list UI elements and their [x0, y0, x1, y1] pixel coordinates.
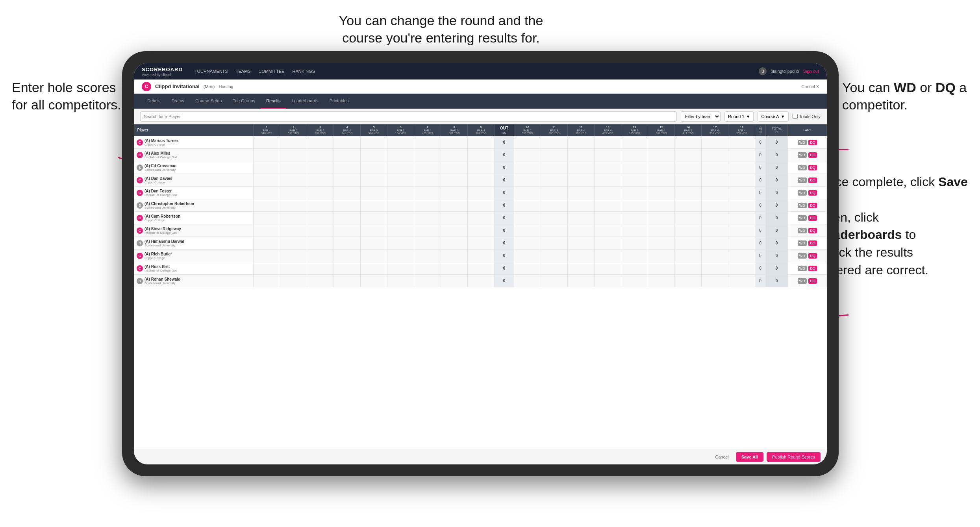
hole-8-score-cell[interactable] [441, 187, 468, 199]
hole-3-score-cell[interactable] [307, 199, 333, 212]
hole-18-input[interactable] [728, 224, 755, 237]
hole-15-input[interactable] [648, 136, 674, 148]
hole-9-score-cell[interactable] [468, 199, 495, 212]
hole-11-input[interactable] [541, 250, 567, 262]
hole-6-input[interactable] [387, 275, 414, 287]
dq-button[interactable]: DQ [808, 266, 817, 271]
tab-course-setup[interactable]: Course Setup [190, 94, 227, 109]
hole-7-input[interactable] [414, 275, 441, 287]
hole-15-input[interactable] [648, 199, 674, 211]
hole-9-input[interactable] [468, 161, 494, 174]
hole-7-input[interactable] [414, 250, 441, 262]
hole-8-input[interactable] [441, 199, 467, 211]
hole-13-input[interactable] [595, 250, 621, 262]
hole-8-score-cell[interactable] [441, 275, 468, 287]
hole-10-input[interactable] [514, 250, 541, 262]
tab-leaderboards[interactable]: Leaderboards [286, 94, 324, 109]
hole-1-input[interactable] [254, 237, 280, 249]
hole-5-score-cell[interactable] [360, 275, 387, 287]
hole-2-input[interactable] [280, 161, 307, 174]
hole-5-score-cell[interactable] [360, 212, 387, 224]
hole-15-score-cell[interactable] [648, 161, 675, 174]
hole-14-input[interactable] [621, 212, 648, 224]
hole-3-input[interactable] [307, 187, 333, 199]
hole-3-score-cell[interactable] [307, 262, 333, 275]
hole-12-input[interactable] [568, 174, 594, 186]
hole-14-input[interactable] [621, 199, 648, 211]
hole-13-score-cell[interactable] [594, 174, 621, 187]
hole-1-score-cell[interactable] [253, 174, 280, 187]
hole-9-score-cell[interactable] [468, 187, 495, 199]
hole-6-input[interactable] [387, 149, 414, 161]
hole-18-score-cell[interactable] [728, 187, 755, 199]
hole-6-input[interactable] [387, 161, 414, 174]
hole-12-input[interactable] [568, 136, 594, 148]
hole-2-input[interactable] [280, 275, 307, 287]
round-dropdown[interactable]: Round 1 ▼ [724, 111, 754, 122]
hole-14-score-cell[interactable] [621, 149, 648, 161]
hole-13-input[interactable] [595, 161, 621, 174]
hole-17-input[interactable] [702, 187, 728, 199]
hole-5-input[interactable] [361, 174, 387, 186]
hole-1-score-cell[interactable] [253, 237, 280, 250]
hole-9-input[interactable] [468, 262, 494, 274]
dq-button[interactable]: DQ [808, 190, 817, 196]
hole-2-score-cell[interactable] [280, 275, 307, 287]
hole-9-input[interactable] [468, 136, 494, 148]
hole-6-input[interactable] [387, 250, 414, 262]
hole-4-score-cell[interactable] [333, 136, 360, 149]
hole-7-score-cell[interactable] [414, 224, 441, 237]
hole-16-input[interactable] [675, 199, 701, 211]
hole-9-input[interactable] [468, 149, 494, 161]
hole-18-input[interactable] [728, 250, 755, 262]
wd-button[interactable]: WD [798, 203, 807, 208]
hole-5-input[interactable] [361, 161, 387, 174]
hole-16-score-cell[interactable] [675, 149, 702, 161]
hole-17-score-cell[interactable] [702, 136, 728, 149]
hole-15-input[interactable] [648, 224, 674, 237]
hole-6-input[interactable] [387, 212, 414, 224]
cancel-button[interactable]: Cancel [711, 452, 733, 462]
wd-button[interactable]: WD [798, 215, 807, 221]
hole-13-input[interactable] [595, 224, 621, 237]
hole-18-score-cell[interactable] [728, 212, 755, 224]
hole-2-input[interactable] [280, 250, 307, 262]
hole-5-score-cell[interactable] [360, 237, 387, 250]
hole-15-input[interactable] [648, 187, 674, 199]
wd-button[interactable]: WD [798, 140, 807, 145]
hole-11-input[interactable] [541, 199, 567, 211]
hole-12-score-cell[interactable] [567, 174, 594, 187]
hole-10-score-cell[interactable] [514, 161, 541, 174]
hole-15-score-cell[interactable] [648, 136, 675, 149]
hole-3-score-cell[interactable] [307, 187, 333, 199]
hole-8-score-cell[interactable] [441, 199, 468, 212]
hole-5-input[interactable] [361, 275, 387, 287]
hole-16-score-cell[interactable] [675, 250, 702, 262]
hole-17-score-cell[interactable] [702, 237, 728, 250]
hole-2-score-cell[interactable] [280, 262, 307, 275]
hole-11-score-cell[interactable] [541, 149, 567, 161]
hole-15-score-cell[interactable] [648, 224, 675, 237]
hole-17-score-cell[interactable] [702, 174, 728, 187]
hole-2-score-cell[interactable] [280, 237, 307, 250]
hole-11-input[interactable] [541, 136, 567, 148]
hole-5-input[interactable] [361, 187, 387, 199]
hole-10-input[interactable] [514, 224, 541, 237]
hole-4-score-cell[interactable] [333, 161, 360, 174]
hole-14-score-cell[interactable] [621, 161, 648, 174]
hole-8-input[interactable] [441, 237, 467, 249]
hole-11-input[interactable] [541, 262, 567, 274]
hole-7-score-cell[interactable] [414, 237, 441, 250]
hole-1-input[interactable] [254, 212, 280, 224]
hole-14-score-cell[interactable] [621, 199, 648, 212]
hole-18-score-cell[interactable] [728, 136, 755, 149]
hole-13-input[interactable] [595, 199, 621, 211]
hole-15-score-cell[interactable] [648, 199, 675, 212]
hole-4-input[interactable] [334, 199, 360, 211]
hole-1-input[interactable] [254, 187, 280, 199]
hole-10-input[interactable] [514, 174, 541, 186]
tab-details[interactable]: Details [142, 94, 166, 109]
hole-17-input[interactable] [702, 161, 728, 174]
hole-2-score-cell[interactable] [280, 149, 307, 161]
hole-9-score-cell[interactable] [468, 250, 495, 262]
